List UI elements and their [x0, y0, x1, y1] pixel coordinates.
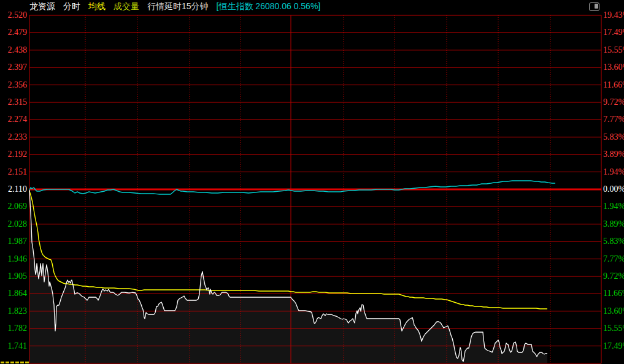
- volume-pane-dash: [20, 362, 24, 363]
- percent-axis-label: 13.60%: [603, 62, 624, 73]
- percent-axis-label: 3.89%: [603, 149, 624, 160]
- volume-pane-dash: [15, 362, 19, 363]
- price-axis-label: 1.782: [0, 323, 27, 334]
- percent-axis-label: 7.77%: [603, 254, 624, 265]
- price-axis-label: 2.110: [0, 184, 27, 195]
- price-axis-label: 2.192: [0, 149, 27, 160]
- price-axis-label: 2.479: [0, 27, 27, 38]
- percent-axis-label: 5.83%: [603, 236, 624, 247]
- intraday-chart-screen: { "header": { "stock_name": "龙资源", "tab_…: [0, 0, 624, 364]
- percent-axis-label: 11.66%: [603, 288, 624, 299]
- price-axis-label: 2.438: [0, 45, 27, 56]
- price-axis-label: 1.905: [0, 271, 27, 282]
- percent-axis-label: 9.72%: [603, 271, 624, 282]
- index-ticker[interactable]: [恒生指数 26080.06 0.56%]: [217, 1, 321, 12]
- stock-name: 龙资源: [29, 1, 55, 12]
- volume-pane-dash: [10, 362, 14, 363]
- price-axis-label: 1.987: [0, 236, 27, 247]
- header-bar: 龙资源 分时 均线 成交量 行情延时15分钟 [恒生指数 26080.06 0.…: [29, 0, 328, 13]
- volume-pane-dash: [6, 362, 9, 363]
- price-axis-label: 2.028: [0, 219, 27, 230]
- tab-minute[interactable]: 分时: [63, 1, 80, 12]
- price-axis-label: 2.356: [0, 80, 27, 91]
- volume-pane-dash: [1, 362, 4, 363]
- tab-average[interactable]: 均线: [88, 1, 106, 12]
- percent-axis-label: 17.49%: [603, 27, 624, 38]
- percent-axis-label: 13.60%: [603, 306, 624, 317]
- percent-axis-label: 5.83%: [603, 132, 624, 143]
- price-axis-label: 2.520: [0, 10, 27, 21]
- price-axis-label: 1.823: [0, 306, 27, 317]
- percent-axis-label: 3.89%: [603, 219, 624, 230]
- percent-axis-label: 7.77%: [603, 114, 624, 125]
- price-axis-label: 2.069: [0, 201, 27, 212]
- panel-toggle-icon[interactable]: [589, 2, 599, 11]
- percent-axis-label: 1.94%: [603, 201, 624, 212]
- delay-notice: 行情延时15分钟: [147, 1, 209, 12]
- hang-seng-index-line: [29, 181, 555, 194]
- price-axis-label: 2.151: [0, 167, 27, 178]
- percent-axis-label: 17.49%: [603, 341, 624, 352]
- volume-pane-dash: [25, 362, 29, 363]
- price-axis-label: 2.233: [0, 132, 27, 143]
- price-axis-label: 2.315: [0, 97, 27, 108]
- percent-axis-label: 11.66%: [603, 80, 624, 91]
- percent-axis-label: 19.43%: [603, 10, 624, 21]
- percent-axis-label: 1.94%: [603, 167, 624, 178]
- price-axis-label: 1.741: [0, 341, 27, 352]
- intraday-chart[interactable]: [0, 0, 624, 364]
- tab-volume[interactable]: 成交量: [114, 1, 139, 12]
- price-axis-label: 1.946: [0, 254, 27, 265]
- price-axis-label: 1.864: [0, 288, 27, 299]
- price-axis-label: 2.397: [0, 62, 27, 73]
- price-axis-label: 2.274: [0, 114, 27, 125]
- percent-axis-label: 15.55%: [603, 323, 624, 334]
- percent-axis-label: 9.72%: [603, 97, 624, 108]
- percent-axis-label: 0.00%: [603, 184, 624, 195]
- percent-axis-label: 15.55%: [603, 45, 624, 56]
